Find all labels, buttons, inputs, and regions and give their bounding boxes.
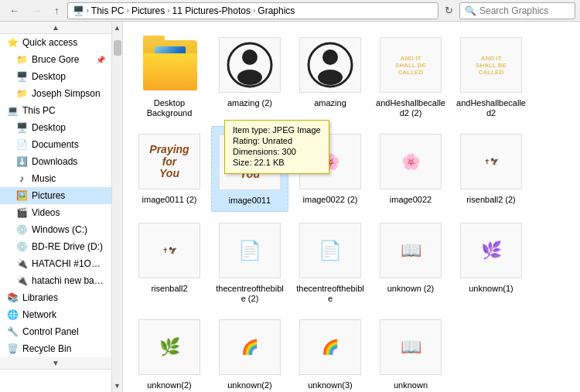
file-item-andHeshallbecalled-plain[interactable]: AND ITSHALL BECALLEDandHeshallbecalled2	[452, 29, 530, 123]
file-item-unknown-2b[interactable]: 🌈unknown(2)	[211, 312, 288, 392]
image-box: ✝🦅	[460, 134, 522, 189]
image-content: 🌈	[300, 320, 360, 374]
file-item-image0022[interactable]: 🌸image0022	[372, 126, 449, 211]
sidebar-label-network: Network	[22, 309, 56, 320]
drive-ext-icon: 🔌	[15, 274, 28, 287]
sidebar-item-quick-access[interactable]: ⭐Quick access	[0, 34, 111, 51]
file-thumb-image0022: 🌸	[380, 131, 442, 193]
image-content: 🌸	[380, 135, 441, 189]
content-scroll-up[interactable]: ▲	[114, 22, 121, 34]
image-box: 🌿	[138, 319, 200, 375]
image-box: 🌿	[460, 223, 522, 278]
sidebar-item-bd-re[interactable]: 💿BD-RE Drive (D:)	[0, 238, 111, 255]
sidebar-label-desktop-top: Desktop	[32, 71, 66, 82]
sidebar-item-recycle-bin[interactable]: 🗑️Recycle Bin	[0, 340, 111, 357]
file-thumb-thecentre2: 📄	[219, 220, 281, 281]
image-box: 📖	[380, 223, 442, 278]
sidebar-item-this-pc[interactable]: 💻This PC	[0, 102, 111, 119]
sidebar-label-desktop: Desktop	[32, 122, 66, 133]
sidebar-item-windows-c[interactable]: 💿Windows (C:)	[0, 221, 111, 238]
file-name-thecentre: thecentreofthebible	[295, 284, 366, 304]
file-thumb-risenball2-2: ✝🦅	[460, 131, 522, 193]
image-box: 🌈	[299, 319, 361, 375]
file-name-unknown-2b: unknown(2)	[227, 380, 271, 390]
file-item-image0022-2[interactable]: 🌸image0022 (2)	[292, 126, 369, 211]
file-item-thecentre[interactable]: 📄thecentreofthebible	[292, 215, 369, 308]
refresh-button[interactable]: ↻	[442, 3, 456, 18]
computer-icon: 💻	[6, 104, 19, 117]
image-content: PrayingforYou	[220, 135, 280, 189]
file-thumb-amazing	[299, 34, 361, 96]
search-box[interactable]: 🔍	[459, 2, 575, 19]
file-item-unknown-3[interactable]: 🌈unknown(3)	[292, 312, 369, 392]
up-button[interactable]: ↑	[49, 2, 64, 19]
scroll-down-arrow[interactable]: ▼	[0, 357, 111, 370]
file-item-risenball2[interactable]: ✝🦅risenball2	[131, 215, 208, 308]
file-item-amazing[interactable]: amazing	[292, 29, 369, 123]
sidebar-item-desktop-top[interactable]: 🖥️Desktop	[0, 68, 111, 85]
folder-yellow-icon: 📁	[15, 53, 28, 66]
sidebar-label-bruce-gore: Bruce Gore	[32, 54, 79, 65]
path-sep-1: ›	[87, 6, 89, 15]
file-thumb-unknown2: 📖	[380, 220, 442, 281]
sidebar-label-quick-access: Quick access	[22, 37, 77, 48]
sidebar-item-joseph-simpson[interactable]: 📁Joseph Simpson	[0, 85, 111, 102]
sidebar-item-hatachi-new[interactable]: 🔌hatachi new bac…	[0, 272, 111, 289]
sidebar-label-bd-re: BD-RE Drive (D:)	[32, 241, 103, 252]
scroll-up-arrow[interactable]: ▲	[0, 22, 111, 34]
drive-ext-icon: 🔌	[15, 257, 28, 270]
file-item-image0011-2[interactable]: PrayingforYouimage0011 (2)	[131, 126, 208, 211]
sidebar-item-control-panel[interactable]: 🔧Control Panel	[0, 323, 111, 340]
music-icon: ♪	[15, 172, 28, 185]
search-input[interactable]	[479, 5, 570, 16]
content-scroll-down[interactable]: ▼	[114, 380, 121, 392]
forward-button[interactable]: →	[27, 2, 46, 19]
sidebar-item-pictures[interactable]: 🖼️Pictures	[0, 187, 111, 204]
image-content: 🌈	[220, 320, 280, 374]
sidebar-label-downloads: Downloads	[32, 156, 77, 167]
file-thumb-unknown-2: 🌿	[138, 316, 200, 378]
file-name-unknown-plain: unknown	[394, 380, 428, 390]
path-photos[interactable]: 11 Pictures-Photos	[172, 5, 251, 16]
network-icon: 🌐	[6, 308, 19, 321]
path-graphics[interactable]: Graphics	[258, 5, 295, 16]
path-pictures[interactable]: Pictures	[131, 5, 165, 16]
file-thumb-andHeshallbecalled2: AND ITSHALL BECALLED	[380, 34, 442, 96]
sidebar-item-bruce-gore[interactable]: 📁Bruce Gore📌	[0, 51, 111, 68]
path-this-pc[interactable]: This PC	[91, 5, 125, 16]
file-thumb-amazing2	[219, 34, 281, 96]
file-item-unknown-plain[interactable]: 📖unknown	[372, 312, 449, 392]
back-button[interactable]: ←	[5, 2, 24, 19]
sidebar-item-downloads[interactable]: ⬇️Downloads	[0, 153, 111, 170]
file-item-desktop-bg[interactable]: Desktop Background	[131, 29, 208, 123]
folder-yellow-icon: 📁	[15, 87, 28, 100]
sidebar-item-videos[interactable]: 🎬Videos	[0, 204, 111, 221]
file-item-image0011[interactable]: PrayingforYouimage0011	[211, 126, 288, 211]
file-item-unknown1[interactable]: 🌿unknown(1)	[452, 215, 530, 308]
svg-point-2	[237, 70, 262, 85]
image-box: AND ITSHALL BECALLED	[380, 37, 442, 93]
address-bar: ← → ↑ 🖥️ › This PC › Pictures › 11 Pictu…	[0, 0, 580, 22]
sidebar-item-desktop[interactable]: 🖥️Desktop	[0, 119, 111, 136]
sidebar-item-network[interactable]: 🌐Network	[0, 306, 111, 323]
image-content: ✝🦅	[139, 223, 200, 278]
sidebar-item-libraries[interactable]: 📚Libraries	[0, 289, 111, 306]
sidebar-item-hatachi1[interactable]: 🔌HATACHI #1OLD (	[0, 255, 111, 272]
sidebar-item-music[interactable]: ♪Music	[0, 170, 111, 187]
file-item-unknown-2[interactable]: 🌿unknown(2)	[131, 312, 208, 392]
file-item-thecentre2[interactable]: 📄thecentreofthebible (2)	[211, 215, 288, 308]
sidebar-label-hatachi-new: hatachi new bac…	[32, 275, 105, 286]
file-item-risenball2-2[interactable]: ✝🦅risenball2 (2)	[452, 126, 530, 211]
file-thumb-image0011-2: PrayingforYou	[138, 131, 200, 193]
content-scroll-thumb[interactable]	[114, 40, 121, 56]
sidebar-item-documents[interactable]: 📄Documents	[0, 136, 111, 153]
file-thumb-thecentre: 📄	[299, 220, 361, 281]
file-item-andHeshallbecalled2[interactable]: AND ITSHALL BECALLEDandHeshallbecalled2 …	[372, 29, 449, 123]
image-box	[219, 37, 281, 93]
main-area: ▲ ⭐Quick access📁Bruce Gore📌🖥️Desktop📁Jos…	[0, 22, 580, 392]
file-item-unknown2[interactable]: 📖unknown (2)	[372, 215, 449, 308]
path-sep-3: ›	[167, 6, 169, 15]
svg-point-4	[322, 49, 338, 65]
image-content	[300, 38, 360, 92]
file-item-amazing2[interactable]: amazing (2)	[211, 29, 288, 123]
